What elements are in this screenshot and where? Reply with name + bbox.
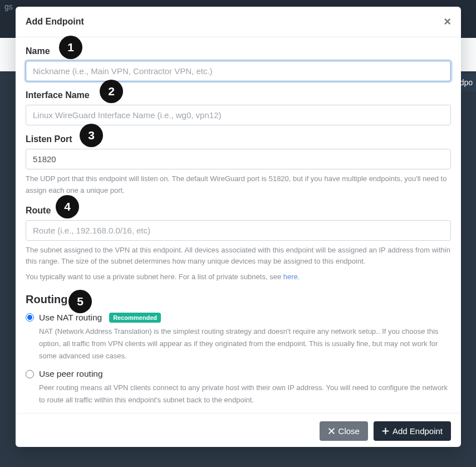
listen-port-label: Listen Port <box>26 134 451 144</box>
routing-peer-radio[interactable] <box>26 370 34 378</box>
interface-name-input[interactable] <box>26 105 451 125</box>
private-subnets-link[interactable]: here <box>283 273 298 281</box>
routing-section: Routing 5 Use NAT routing Recommended NA… <box>26 293 451 406</box>
modal-footer: Close Add Endpoint <box>16 413 461 449</box>
routing-nat-radio[interactable] <box>26 313 34 322</box>
add-endpoint-modal: Add Endpoint × Name 1 Interface Name 2 L… <box>16 7 461 447</box>
modal-header: Add Endpoint × <box>16 7 461 37</box>
route-input[interactable] <box>26 220 451 241</box>
close-icon[interactable]: × <box>444 16 451 28</box>
close-button[interactable]: Close <box>320 421 368 441</box>
name-field-group: Name 1 <box>26 46 451 81</box>
interface-name-label: Interface Name <box>26 90 451 100</box>
listen-port-help: The UDP port that this endpoint will lis… <box>26 173 451 197</box>
route-help-2: You typically want to use a private subn… <box>26 271 451 283</box>
name-input[interactable] <box>26 61 451 81</box>
routing-nat-description: NAT (Network Address Translation) is the… <box>39 325 451 362</box>
route-label: Route <box>26 206 451 216</box>
listen-port-field-group: Listen Port The UDP port that this endpo… <box>26 134 451 197</box>
route-help-1: The subnet assigned to the VPN at this e… <box>26 245 451 268</box>
listen-port-input[interactable] <box>26 149 451 169</box>
close-x-icon <box>328 427 335 435</box>
name-label: Name <box>26 46 451 56</box>
recommended-badge: Recommended <box>109 313 161 323</box>
routing-nat-option: Use NAT routing Recommended NAT (Network… <box>26 313 451 362</box>
routing-peer-option: Use peer routing Peer routing means all … <box>26 369 451 406</box>
routing-peer-description: Peer routing means all VPN clients conne… <box>39 382 451 406</box>
routing-peer-label[interactable]: Use peer routing <box>39 369 103 379</box>
add-endpoint-button[interactable]: Add Endpoint <box>374 421 451 441</box>
routing-nat-label[interactable]: Use NAT routing <box>39 313 102 323</box>
interface-name-field-group: Interface Name 2 <box>26 90 451 125</box>
routing-heading: Routing <box>26 293 451 306</box>
modal-title: Add Endpoint <box>26 17 84 27</box>
plus-icon <box>382 427 389 435</box>
route-field-group: Route The subnet assigned to the VPN at … <box>26 206 451 283</box>
modal-body: Name 1 Interface Name 2 Listen Port The … <box>16 37 461 413</box>
